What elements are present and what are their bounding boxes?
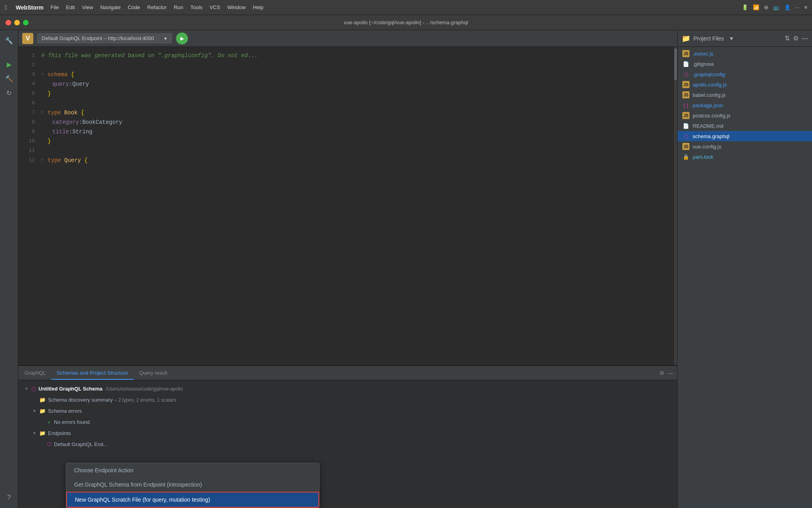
code-line-5: } (41, 89, 674, 98)
file-name: postcss.config.js (693, 113, 730, 119)
json-file-icon: { } (682, 102, 689, 109)
code-line-11 (41, 146, 674, 156)
code-editor[interactable]: 1 2 3 4 5 6 7 8 9 10 11 12 # This file w… (18, 47, 677, 365)
sidebar-help-icon[interactable]: ? (3, 491, 15, 504)
tree-errors-item[interactable]: ▼ 📁 Schema errors (18, 406, 677, 417)
code-content: # This file was generated based on ".gra… (38, 47, 674, 365)
file-name: vue.config.js (693, 144, 721, 150)
sidebar-refresh-icon[interactable]: ↻ (3, 87, 15, 99)
code-line-1: # This file was generated based on ".gra… (41, 51, 674, 60)
errors-folder-icon: 📁 (39, 407, 46, 416)
js-file-icon: JS (682, 81, 689, 88)
config-file-icon: 📄 (682, 60, 689, 67)
close-window-button[interactable] (6, 20, 11, 25)
file-name: .esmrc.js (693, 51, 713, 57)
file-name: .graphqlconfig (693, 71, 725, 77)
app-name[interactable]: WebStorm (16, 4, 44, 11)
sidebar-build-icon[interactable]: 🔨 (3, 72, 15, 85)
file-gitignore[interactable]: 📄 .gitignore (678, 59, 812, 69)
errors-label: Schema errors (48, 407, 82, 416)
menu-view[interactable]: View (82, 4, 93, 10)
minimize-window-button[interactable] (14, 20, 20, 25)
file-schema-graphql[interactable]: ⬡ schema.graphql (678, 131, 812, 141)
file-name: schema.graphql (693, 133, 730, 139)
apple-icon[interactable]:  (5, 4, 7, 11)
file-esmrc[interactable]: JS .esmrc.js (678, 48, 812, 59)
bottom-tab-actions: ⚙ — (659, 370, 673, 376)
left-sidebar: 🔧 ▶ 🔨 ↻ ? (0, 30, 18, 508)
minimize-panel-icon[interactable]: — (668, 370, 673, 376)
tab-query-result[interactable]: Query result (134, 367, 173, 380)
menu-refactor[interactable]: Refactor (147, 4, 167, 10)
file-apollo-config[interactable]: JS apollo.config.js (678, 79, 812, 90)
menu-vcs[interactable]: VCS (210, 4, 220, 10)
endpoint-label: Default GraphQL Endpoint – http://localh… (42, 35, 154, 41)
fullscreen-window-button[interactable] (23, 20, 29, 25)
code-line-4: query : Query (41, 79, 674, 89)
dropdown-new-scratch[interactable]: New GraphQL Scratch File (for query, mut… (66, 492, 319, 508)
settings-icon[interactable]: ⚙ (659, 370, 665, 376)
menu-code[interactable]: Code (128, 4, 140, 10)
fold-icon-12[interactable]: ▽ (41, 156, 46, 165)
sort-icon[interactable]: ⇅ (785, 35, 790, 42)
line-numbers: 1 2 3 4 5 6 7 8 9 10 11 12 (18, 47, 38, 365)
main-container: 🔧 ▶ 🔨 ↻ ? V Default GraphQL Endpoint – h… (0, 30, 812, 508)
project-files-dropdown-icon[interactable]: ▼ (729, 35, 734, 42)
endpoint-icon: ⬡ (47, 440, 52, 449)
titlebar: vue-apollo [~/code/gql/vue-apollo] - ...… (0, 15, 812, 30)
file-babel-config[interactable]: JS babel.config.js (678, 90, 812, 100)
menu-run[interactable]: Run (174, 4, 183, 10)
menu-help[interactable]: Help (253, 4, 264, 10)
settings-gear-icon[interactable]: ⚙ (793, 35, 799, 42)
chevron-down-icon: ▼ (163, 36, 168, 41)
endpoint-selector[interactable]: Default GraphQL Endpoint – http://localh… (37, 33, 172, 43)
dropdown-get-schema[interactable]: Get GraphQL Schema from Endpoint (intros… (66, 477, 319, 492)
right-toolbar-title: 📁 Project Files ▼ (682, 34, 781, 43)
run-button[interactable]: ▶ (176, 33, 188, 44)
bottom-panel-label: GraphQL: (22, 370, 50, 376)
no-errors-label: No errors found (54, 418, 90, 427)
fold-icon-3[interactable]: ▽ (41, 70, 46, 79)
fold-icon-7[interactable]: ▽ (41, 108, 46, 117)
context-dropdown: Choose Endpoint Action Get GraphQL Schem… (66, 463, 320, 508)
file-yarn-lock[interactable]: 🔒 yarn.lock (678, 152, 812, 162)
menu-tools[interactable]: Tools (190, 4, 202, 10)
file-package-json[interactable]: { } package.json (678, 100, 812, 110)
menu-window[interactable]: Window (227, 4, 245, 10)
schema-name: Untitled GraphQL Schema (38, 385, 103, 393)
folder-icon: 📁 (39, 396, 46, 404)
battery-icon: 🔋 (742, 4, 748, 10)
project-files-title: Project Files (693, 35, 724, 42)
scrollbar-thumb[interactable] (674, 48, 677, 80)
editor-area: V Default GraphQL Endpoint – http://loca… (18, 30, 677, 508)
tree-endpoints-item[interactable]: ▼ 📁 Endpoints (18, 428, 677, 439)
code-line-7: ▽ type Book { (41, 108, 674, 117)
menu-file[interactable]: File (51, 4, 59, 10)
tree-root-item[interactable]: ▼ ⬡ Untitled GraphQL Schema /Users/oomus… (18, 383, 677, 394)
menu-edit[interactable]: Edit (66, 4, 75, 10)
menubar:  WebStorm File Edit View Navigate Code … (0, 0, 812, 15)
tree-endpoint-item[interactable]: ⬡ Default GraphQL End... (18, 439, 677, 450)
js-file-icon: JS (682, 143, 689, 150)
discovery-label: Schema discovery summary (48, 396, 113, 404)
file-postcss[interactable]: JS postcss.config.js (678, 110, 812, 121)
close-panel-icon[interactable]: — (802, 35, 808, 42)
menu-navigate[interactable]: Navigate (100, 4, 121, 10)
sidebar-play-icon[interactable]: ▶ (3, 58, 15, 71)
tree-no-errors-item[interactable]: ✓ No errors found (18, 417, 677, 428)
menubar-right-icons: 🔋 📶 ⊖ 📺 👤 ··· ≡ (742, 4, 807, 10)
comment-text: # This file was generated based on ".gra… (41, 51, 258, 60)
file-readme[interactable]: 📄 README.md (678, 121, 812, 131)
lock-file-icon: 🔒 (682, 153, 689, 160)
sidebar-wrench-icon[interactable]: 🔧 (3, 34, 15, 47)
file-graphqlconfig[interactable]: ⬡ .graphqlconfig (678, 69, 812, 79)
endpoints-folder-icon: 📁 (39, 429, 46, 438)
tree-discovery-item[interactable]: 📁 Schema discovery summary – 2 types, 2 … (18, 394, 677, 406)
dropdown-choose-endpoint[interactable]: Choose Endpoint Action (66, 463, 319, 477)
file-name: package.json (693, 102, 723, 108)
vertical-scrollbar[interactable] (674, 47, 677, 365)
file-name: apollo.config.js (693, 82, 727, 88)
tab-schemas[interactable]: Schemas and Project Structure (51, 367, 134, 380)
file-vue-config[interactable]: JS vue.config.js (678, 141, 812, 152)
schema-icon: ⬡ (31, 385, 36, 393)
